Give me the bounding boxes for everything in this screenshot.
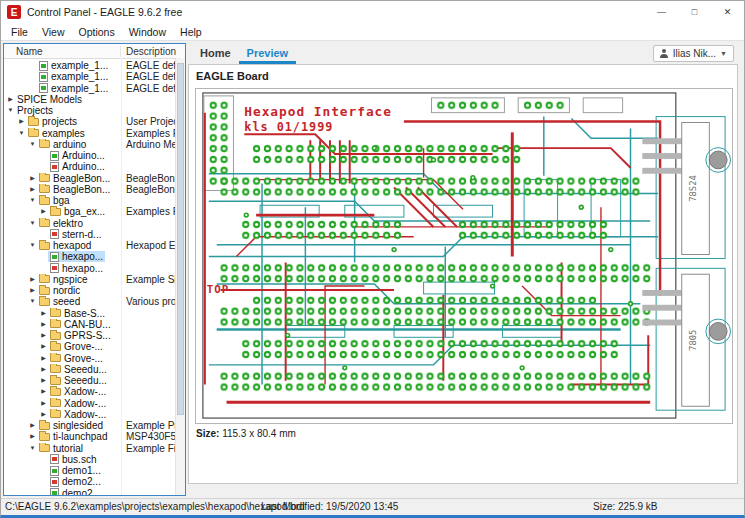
tree-row[interactable]: ▶Grove-... bbox=[4, 353, 185, 364]
menu-file[interactable]: File bbox=[4, 26, 35, 38]
tree-row[interactable]: Arduino... bbox=[4, 150, 185, 161]
menu-help[interactable]: Help bbox=[173, 26, 209, 38]
tree-row[interactable]: ▼bga bbox=[4, 195, 185, 206]
schematic-file-icon bbox=[50, 477, 59, 487]
tab-preview[interactable]: Preview bbox=[239, 43, 297, 64]
eagle-board-preview-panel: EAGLE Board bbox=[188, 64, 738, 484]
tree-item-name: SPICE Models bbox=[17, 94, 82, 105]
menu-window[interactable]: Window bbox=[122, 26, 173, 38]
tree-row[interactable]: ▼examplesExamples Pro... bbox=[4, 128, 185, 139]
tree-row[interactable]: ▼elektro bbox=[4, 218, 185, 229]
status-last-modified: Last Modified: 19/5/2020 13:45 bbox=[261, 501, 398, 512]
collapse-arrow-icon[interactable]: ▼ bbox=[17, 128, 26, 139]
tree-item-name: Seeedu... bbox=[64, 375, 107, 386]
menu-view[interactable]: View bbox=[35, 26, 72, 38]
minimize-icon[interactable]: — bbox=[645, 1, 678, 23]
window-controls: — □ ✕ bbox=[645, 1, 744, 23]
tab-home[interactable]: Home bbox=[192, 43, 239, 64]
tree-row[interactable]: ▶SPICE Models bbox=[4, 94, 185, 105]
expand-arrow-icon[interactable]: ▶ bbox=[39, 206, 48, 217]
collapse-arrow-icon[interactable]: ▼ bbox=[28, 443, 37, 454]
main-content: Name Description example_1...EAGLE defau… bbox=[1, 41, 744, 498]
tree-row[interactable]: ▶BeagleBon...BeagleBone ... bbox=[4, 184, 185, 195]
tree-row[interactable]: ▶singlesidedExample Proj... bbox=[4, 420, 185, 431]
collapse-arrow-icon[interactable]: ▼ bbox=[28, 296, 37, 307]
tree-item-name: Xadow-... bbox=[64, 398, 106, 409]
tree-row[interactable]: ▶ti-launchpadMSP430F552... bbox=[4, 431, 185, 442]
tree-row[interactable]: bus.sch bbox=[4, 454, 185, 465]
tree-column-description[interactable]: Description bbox=[121, 46, 176, 57]
collapse-arrow-icon[interactable]: ▼ bbox=[28, 195, 37, 206]
expand-arrow-icon[interactable]: ▶ bbox=[39, 386, 48, 397]
tree-row[interactable]: stern-d... bbox=[4, 229, 185, 240]
tree-row[interactable]: demo2... bbox=[4, 488, 185, 496]
tree-item-name: example_1... bbox=[51, 60, 108, 71]
maximize-icon[interactable]: □ bbox=[678, 1, 711, 23]
tree-row[interactable]: hexapo... bbox=[4, 263, 185, 274]
tree-row[interactable]: ▶Grove-... bbox=[4, 341, 185, 352]
tree-row[interactable]: ▶projectsUser Projects bbox=[4, 116, 185, 127]
folder-icon bbox=[39, 140, 50, 148]
tree-row[interactable]: example_1...EAGLE defau... bbox=[4, 71, 185, 82]
tree-scrollbar-thumb[interactable] bbox=[177, 63, 184, 415]
tree-row[interactable]: ▼hexapodHexapod Exa... bbox=[4, 240, 185, 251]
close-icon[interactable]: ✕ bbox=[711, 1, 744, 23]
user-account-dropdown[interactable]: Ilias Nik... ▼ bbox=[653, 45, 734, 62]
expand-arrow-icon[interactable]: ▶ bbox=[17, 116, 26, 127]
folder-icon bbox=[39, 275, 50, 283]
tree-row[interactable]: ▶Xadow-... bbox=[4, 398, 185, 409]
tree-row[interactable]: ▶ngspiceExample Sim... bbox=[4, 274, 185, 285]
preview-area: Home Preview Ilias Nik... ▼ EAGLE Board bbox=[188, 43, 742, 496]
tree-item-name: hexapod bbox=[53, 240, 91, 251]
tree-row[interactable]: ▼arduinoArduino Meg... bbox=[4, 139, 185, 150]
collapse-arrow-icon[interactable]: ▼ bbox=[28, 240, 37, 251]
menu-options[interactable]: Options bbox=[72, 26, 122, 38]
expand-arrow-icon[interactable]: ▶ bbox=[39, 398, 48, 409]
folder-icon bbox=[50, 332, 61, 340]
expand-arrow-icon[interactable]: ▶ bbox=[39, 308, 48, 319]
tree-row[interactable]: demo1... bbox=[4, 465, 185, 476]
expand-arrow-icon[interactable]: ▶ bbox=[28, 285, 37, 296]
expand-arrow-icon[interactable]: ▶ bbox=[39, 319, 48, 330]
tree-row[interactable]: ▼tutorialExample Files bbox=[4, 443, 185, 454]
expand-arrow-icon[interactable]: ▶ bbox=[28, 431, 37, 442]
tab-bar: Home Preview Ilias Nik... ▼ bbox=[188, 43, 742, 64]
tree-row[interactable]: ▶BeagleBon...BeagleBone ... bbox=[4, 173, 185, 184]
tree-row[interactable]: ▶CAN-BU... bbox=[4, 319, 185, 330]
expand-arrow-icon[interactable]: ▶ bbox=[39, 330, 48, 341]
expand-arrow-icon[interactable]: ▶ bbox=[28, 184, 37, 195]
expand-arrow-icon[interactable]: ▶ bbox=[28, 420, 37, 431]
expand-arrow-icon[interactable]: ▶ bbox=[39, 341, 48, 352]
tree-row[interactable]: ▼Projects bbox=[4, 105, 185, 116]
tree-row[interactable]: ▶Seeedu... bbox=[4, 364, 185, 375]
regulator-78S24-label: 78S24 bbox=[688, 175, 698, 202]
tree-row[interactable]: ▶GPRS-S... bbox=[4, 330, 185, 341]
expand-arrow-icon[interactable]: ▶ bbox=[39, 375, 48, 386]
expand-arrow-icon[interactable]: ▶ bbox=[39, 409, 48, 420]
collapse-arrow-icon[interactable]: ▼ bbox=[28, 139, 37, 150]
expand-arrow-icon[interactable]: ▶ bbox=[6, 94, 15, 105]
tree-row[interactable]: example_1...EAGLE defau... bbox=[4, 60, 185, 71]
tree-row[interactable]: ▼seeedVarious proje... bbox=[4, 296, 185, 307]
tree-row[interactable]: ▶nordic bbox=[4, 285, 185, 296]
tree-item-name: ti-launchpad bbox=[53, 431, 107, 442]
collapse-arrow-icon[interactable]: ▼ bbox=[6, 105, 15, 116]
tree-item-name: ngspice bbox=[53, 274, 87, 285]
tree-row[interactable]: Arduino... bbox=[4, 161, 185, 172]
tree-row[interactable]: ▶Xadow-... bbox=[4, 409, 185, 420]
tree-scrollbar[interactable] bbox=[175, 58, 185, 495]
tree-row[interactable]: ▶Seeedu... bbox=[4, 375, 185, 386]
expand-arrow-icon[interactable]: ▶ bbox=[39, 353, 48, 364]
expand-arrow-icon[interactable]: ▶ bbox=[28, 173, 37, 184]
folder-icon bbox=[50, 388, 61, 396]
collapse-arrow-icon[interactable]: ▼ bbox=[28, 218, 37, 229]
expand-arrow-icon[interactable]: ▶ bbox=[39, 364, 48, 375]
tree-row[interactable]: ▶Base-S... bbox=[4, 308, 185, 319]
tree-row[interactable]: demo2... bbox=[4, 476, 185, 487]
tree-column-name[interactable]: Name bbox=[4, 46, 121, 57]
tree-row[interactable]: ▶Xadow-... bbox=[4, 386, 185, 397]
tree-row[interactable]: ▶bga_ex...Examples Fol... bbox=[4, 206, 185, 217]
tree-row[interactable]: example_1...EAGLE defau... bbox=[4, 83, 185, 94]
tree-row[interactable]: hexapo... bbox=[4, 251, 185, 262]
expand-arrow-icon[interactable]: ▶ bbox=[28, 274, 37, 285]
